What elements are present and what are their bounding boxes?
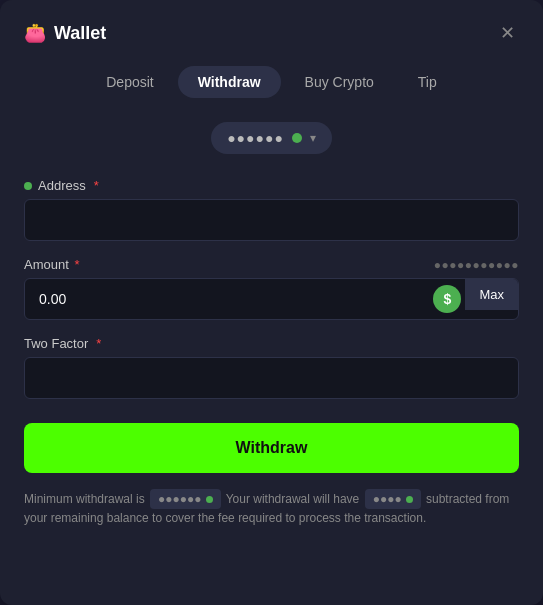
address-label: Address * [24, 178, 519, 193]
balance-info: ●●●●●●●●●●● [434, 258, 519, 272]
address-status-dot [24, 182, 32, 190]
chevron-down-icon: ▾ [310, 131, 316, 145]
withdraw-button[interactable]: Withdraw [24, 423, 519, 473]
tab-tip[interactable]: Tip [398, 66, 457, 98]
amount-required: * [74, 257, 79, 272]
address-required: * [94, 178, 99, 193]
two-factor-label-text: Two Factor [24, 336, 88, 351]
disclaimer-text: Minimum withdrawal is ●●●●●● Your withdr… [24, 489, 519, 527]
disclaimer-middle: Your withdrawal will have [226, 492, 360, 506]
address-input[interactable] [24, 199, 519, 241]
currency-value: ●●●●●● [227, 130, 284, 146]
modal-header: 👛 Wallet ✕ [24, 20, 519, 46]
max-button[interactable]: Max [465, 279, 518, 310]
amount-label-text: Amount [24, 257, 69, 272]
two-factor-required: * [96, 336, 101, 351]
tab-bar: Deposit Withdraw Buy Crypto Tip [24, 66, 519, 98]
tab-deposit[interactable]: Deposit [86, 66, 173, 98]
tab-buy-crypto[interactable]: Buy Crypto [285, 66, 394, 98]
modal-title: Wallet [54, 23, 106, 44]
disclaimer-before: Minimum withdrawal is [24, 492, 145, 506]
amount-section: Amount * ●●●●●●●●●●● $ Max [24, 257, 519, 320]
two-factor-section: Two Factor * [24, 336, 519, 399]
wallet-icon: 👛 [24, 22, 46, 44]
amount-input[interactable] [25, 279, 433, 319]
close-button[interactable]: ✕ [496, 20, 519, 46]
amount-label-area: Amount * [24, 257, 80, 272]
dollar-icon: $ [433, 285, 461, 313]
amount-header: Amount * ●●●●●●●●●●● [24, 257, 519, 272]
modal-title-area: 👛 Wallet [24, 22, 106, 44]
address-label-text: Address [38, 178, 86, 193]
address-section: Address * [24, 178, 519, 241]
currency-status-dot [292, 133, 302, 143]
disclaimer-highlight-2: ●●●● [365, 489, 421, 509]
disclaimer-highlight-1: ●●●●●● [150, 489, 221, 509]
two-factor-label: Two Factor * [24, 336, 519, 351]
currency-selector: ●●●●●● ▾ [24, 122, 519, 154]
wallet-modal: 👛 Wallet ✕ Deposit Withdraw Buy Crypto T… [0, 0, 543, 605]
amount-input-wrapper: $ Max [24, 278, 519, 320]
tab-withdraw[interactable]: Withdraw [178, 66, 281, 98]
currency-dropdown-button[interactable]: ●●●●●● ▾ [211, 122, 332, 154]
two-factor-input[interactable] [24, 357, 519, 399]
